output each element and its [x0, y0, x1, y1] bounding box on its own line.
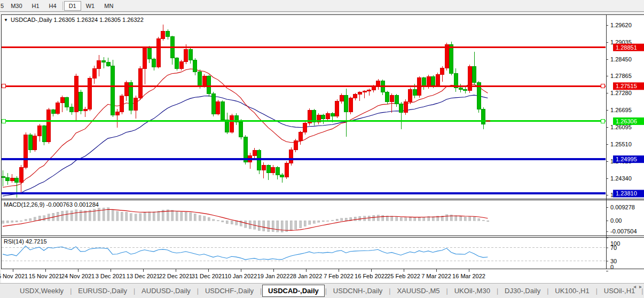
candle-body [280, 175, 284, 177]
macd-axis-label: 0.009278 [610, 204, 635, 210]
macd-bar [478, 218, 480, 221]
toolbar-divider [62, 2, 63, 10]
tab-ukoil-m30[interactable]: UKOil-,M30 [449, 285, 496, 296]
tab-scroll-left-button[interactable]: ◂ [633, 284, 636, 289]
hline-drag-handle[interactable] [601, 119, 604, 123]
price-badge-123810: 1.23810 [613, 190, 644, 197]
candle-body [331, 113, 334, 116]
candle [216, 100, 220, 115]
candle-body [422, 78, 426, 87]
hline-drag-handle[interactable] [601, 84, 604, 88]
tab-audusd-daily[interactable]: AUDUSD-,Daily [136, 285, 197, 296]
price-badge-124995: 1.24995 [613, 155, 644, 163]
price-badge-128851: 1.28851 [613, 44, 644, 51]
candle-body [482, 109, 485, 124]
tab-usdx-weekly[interactable]: USDX,Weekly [14, 285, 69, 296]
candle-body [276, 167, 279, 175]
candle-body [262, 166, 265, 170]
candle-body [358, 92, 362, 94]
timeframe-button-h1[interactable]: H1 [27, 2, 44, 10]
candle-body [138, 68, 142, 98]
macd-bar [2, 221, 4, 223]
macd-bar [359, 216, 361, 221]
candle-body [464, 90, 467, 91]
tab-dj30-daily[interactable]: DJ30-,Daily [499, 285, 546, 296]
price-tick-label: 1.27865 [610, 73, 632, 79]
candle [129, 80, 133, 114]
candle-body [326, 113, 329, 119]
candle-body [450, 44, 453, 73]
macd-bar [199, 215, 201, 221]
candle [239, 119, 243, 139]
timeframe-button-mn[interactable]: MN [99, 2, 118, 10]
candle-body [115, 112, 119, 115]
hline-drag-handle[interactable] [2, 84, 5, 88]
candle-body [65, 98, 69, 107]
candle-body [395, 95, 398, 104]
candle-body [441, 68, 444, 74]
date-tick-label: 13 Dec 2021 [127, 273, 160, 279]
candle [24, 132, 28, 170]
hline-drag-handle[interactable] [2, 119, 5, 123]
tab-usdcnh-daily[interactable]: USDCNH-,Daily [327, 285, 388, 296]
candle-body [386, 92, 389, 101]
tab-xauusd-m5[interactable]: XAUUSD-,M5 [391, 285, 445, 296]
candle-body [92, 68, 96, 78]
macd-bar [336, 219, 338, 221]
candle-body [102, 60, 106, 62]
timeframe-button-m30[interactable]: M30 [6, 2, 27, 10]
tab-usdcad-daily[interactable]: USDCAD-,Daily [262, 285, 325, 297]
macd-bar [272, 221, 274, 232]
candle-body [431, 77, 435, 85]
tab-usdchf-daily[interactable]: USDCHF-,Daily [199, 285, 260, 296]
candle-body [390, 95, 394, 101]
candle [111, 60, 115, 117]
candle-body [24, 135, 28, 167]
macd-bar [34, 217, 36, 221]
macd-bar [290, 221, 292, 231]
price-tick-label: 1.26695 [610, 107, 632, 113]
candle-body [60, 98, 64, 103]
chart-dropdown-icon[interactable]: ▼ [4, 18, 8, 22]
date-tick-label: 15 Nov 2021 [29, 273, 62, 279]
candle [409, 88, 412, 104]
macd-bar [11, 221, 13, 222]
candle-body [266, 166, 270, 173]
candle [486, 121, 490, 121]
timeframe-button-h4[interactable]: H4 [44, 2, 61, 10]
macd-bar [304, 221, 306, 226]
candle [179, 60, 183, 70]
candle [230, 114, 234, 134]
candle-body [409, 90, 412, 102]
date-tick-label: 24 Nov 2021 [61, 273, 95, 279]
candle-body [42, 126, 46, 142]
timeframe-button-w1[interactable]: W1 [81, 2, 100, 10]
candle [79, 90, 83, 114]
macd-bar [464, 217, 466, 221]
tab-uk100-h1[interactable]: UK100-,H1 [549, 285, 595, 296]
macd-bar [180, 212, 183, 221]
macd-bar [245, 221, 247, 228]
timeframe-button-d1[interactable]: D1 [64, 1, 81, 11]
candle-body [239, 122, 243, 137]
chart-canvas[interactable]: 1.296201.290351.284501.278651.272801.266… [0, 0, 644, 298]
price-tick-label: 1.26095 [610, 124, 632, 130]
candle-body [166, 32, 170, 37]
macd-bar [226, 221, 228, 224]
candle-body [28, 135, 32, 150]
candle-body [193, 60, 197, 72]
macd-bar [418, 217, 420, 221]
tab-eurusd-daily[interactable]: EURUSD-,Daily [72, 285, 133, 296]
candle-body [404, 101, 407, 113]
price-badge-127515: 1.27515 [613, 82, 644, 90]
timeframe-button-5[interactable]: 5 [0, 2, 6, 10]
macd-bar [423, 217, 425, 221]
macd-bar [43, 216, 45, 221]
macd-bar [208, 217, 210, 221]
candle-body [147, 48, 151, 59]
candle-body [51, 110, 55, 114]
candle-body [134, 98, 138, 110]
date-tick-label: 7 Feb 2022 [324, 273, 354, 279]
tab-scroll-right-button[interactable]: ▸ [639, 284, 642, 289]
macd-bar [130, 214, 132, 221]
